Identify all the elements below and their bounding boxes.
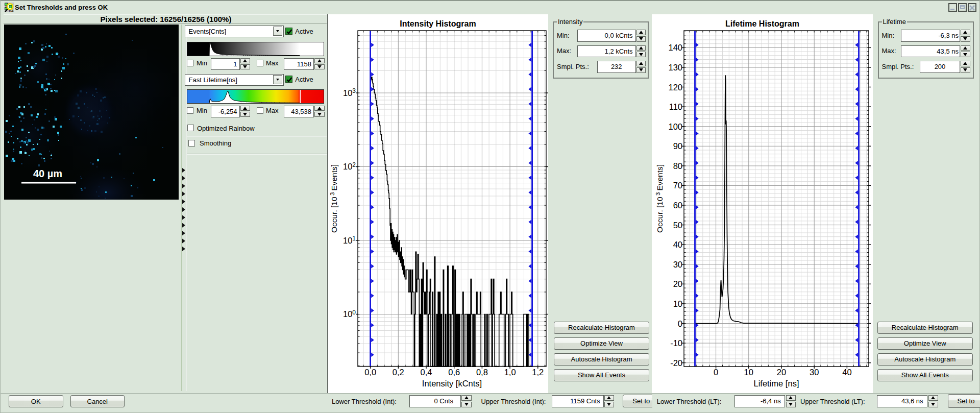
- svg-text:-20: -20: [670, 358, 682, 368]
- svg-text:Intensity Histogram: Intensity Histogram: [400, 19, 476, 28]
- svg-text:10: 10: [744, 368, 753, 377]
- svg-text:0,0: 0,0: [364, 368, 376, 377]
- svg-text:140: 140: [668, 43, 682, 52]
- svg-text:60: 60: [673, 201, 682, 210]
- svg-text:64: 64: [9, 9, 14, 13]
- svg-text:10: 10: [673, 299, 682, 308]
- svg-text:0: 0: [714, 368, 718, 377]
- svg-text:Occur. [10 3 Events]: Occur. [10 3 Events]: [655, 164, 664, 233]
- svg-text:1,2: 1,2: [532, 368, 544, 377]
- svg-text:100: 100: [668, 122, 682, 131]
- svg-text:0: 0: [678, 319, 682, 328]
- svg-text:110: 110: [669, 102, 682, 111]
- svg-text:120: 120: [668, 83, 682, 92]
- svg-text:40: 40: [673, 240, 682, 249]
- svg-text:40: 40: [842, 368, 851, 377]
- svg-text:0,6: 0,6: [448, 368, 460, 377]
- svg-text:Intensity [kCnts]: Intensity [kCnts]: [422, 379, 482, 388]
- svg-text:30: 30: [810, 368, 819, 377]
- svg-text:0,2: 0,2: [393, 368, 404, 377]
- svg-text:90: 90: [673, 141, 682, 151]
- svg-text:Occur. [10 3 Events]: Occur. [10 3 Events]: [329, 164, 338, 233]
- svg-text:Lifetime Histogram: Lifetime Histogram: [725, 19, 799, 28]
- svg-text:130: 130: [668, 63, 682, 72]
- svg-text:Lifetime [ns]: Lifetime [ns]: [754, 379, 799, 388]
- svg-text:20: 20: [777, 368, 786, 377]
- svg-text:40 µm: 40 µm: [33, 168, 62, 179]
- svg-text:0,8: 0,8: [476, 368, 488, 377]
- svg-text:80: 80: [673, 161, 682, 171]
- svg-text:1,0: 1,0: [504, 368, 516, 377]
- svg-text:30: 30: [673, 260, 682, 269]
- svg-text:70: 70: [673, 181, 682, 190]
- svg-text:20: 20: [673, 279, 682, 288]
- svg-text:0,4: 0,4: [421, 368, 432, 377]
- svg-text:-10: -10: [670, 338, 682, 348]
- svg-text:50: 50: [673, 221, 682, 230]
